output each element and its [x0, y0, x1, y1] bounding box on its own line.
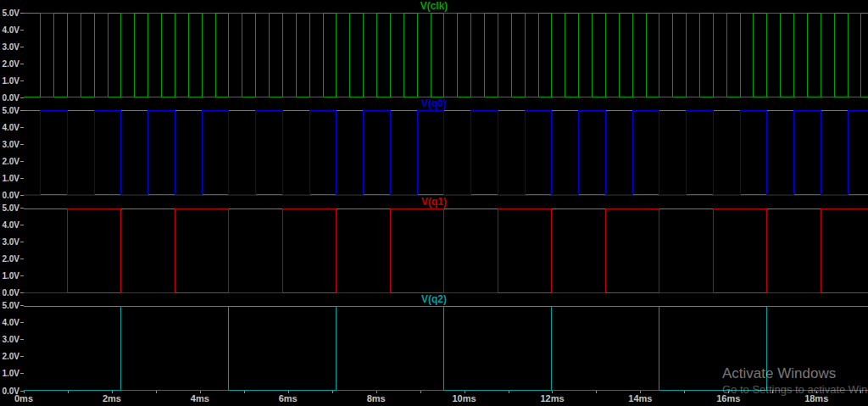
- y-axis-tick-label: 1.0V: [2, 174, 24, 182]
- y-axis-tick-label: 3.0V: [2, 238, 24, 247]
- y-axis-tick-label: 2.0V: [2, 157, 24, 165]
- waveform-viewer-window: V(clk) 5.0V4.0V3.0V2.0V1.0V0.0V V(q0) 5.…: [0, 0, 868, 406]
- y-axis-tick-label: 4.0V: [2, 319, 24, 327]
- pane-clk: V(clk) 5.0V4.0V3.0V2.0V1.0V0.0V: [0, 0, 868, 97]
- y-axis-tick-label: 5.0V: [2, 302, 24, 310]
- x-tick-mark: [332, 391, 333, 393]
- y-axis-tick-label: 1.0V: [2, 370, 24, 378]
- y-axis-tick-label: 2.0V: [2, 353, 24, 361]
- x-tick-mark: [420, 391, 421, 393]
- x-tick-mark: [596, 391, 597, 393]
- x-axis-tick-label: 2ms: [103, 393, 121, 403]
- y-axis-tick-label: 5.0V: [2, 204, 24, 213]
- trace-label-clk[interactable]: V(clk): [420, 0, 448, 13]
- trace-label-q1[interactable]: V(q1): [421, 196, 447, 209]
- y-axis-tick-label: 0.0V: [2, 289, 24, 298]
- y-axis-tick-label: 4.0V: [2, 123, 24, 131]
- y-axis-tick-label: 1.0V: [2, 76, 24, 85]
- x-tick-mark: [509, 391, 509, 393]
- x-tick-mark: [156, 391, 157, 393]
- y-axis-q0[interactable]: 5.0V4.0V3.0V2.0V1.0V0.0V: [0, 110, 24, 195]
- y-axis-tick-label: 0.0V: [2, 192, 24, 200]
- pane-q2-title-row: V(q2): [0, 293, 868, 306]
- pane-q1-body: 5.0V4.0V3.0V2.0V1.0V0.0V: [0, 209, 868, 293]
- y-axis-tick-label: 4.0V: [2, 221, 24, 230]
- y-axis-tick-label: 0.0V: [2, 93, 24, 102]
- x-axis-tick-label: 14ms: [628, 393, 652, 403]
- y-axis-tick-label: 1.0V: [2, 272, 24, 281]
- plot-area-q0[interactable]: [24, 110, 868, 195]
- pane-q1: V(q1) 5.0V4.0V3.0V2.0V1.0V0.0V: [0, 196, 868, 293]
- x-axis-tick-label: 12ms: [540, 393, 564, 403]
- waveform-trace: [24, 209, 868, 292]
- x-axis-tick-label: 8ms: [367, 393, 386, 403]
- y-axis-q2[interactable]: 5.0V4.0V3.0V2.0V1.0V0.0V: [0, 306, 24, 391]
- activate-windows-watermark-sub: Go to Settings to activate Windows: [722, 383, 868, 396]
- plot-area-q1[interactable]: [24, 209, 868, 293]
- y-axis-clk[interactable]: 5.0V4.0V3.0V2.0V1.0V0.0V: [0, 13, 24, 97]
- pane-q0-title-row: V(q0): [0, 97, 868, 110]
- trace-label-q0[interactable]: V(q0): [421, 97, 447, 110]
- pane-clk-title-row: V(clk): [0, 0, 868, 13]
- activate-windows-watermark: Activate Windows: [722, 365, 836, 382]
- y-axis-tick-label: 3.0V: [2, 42, 24, 51]
- pane-q1-title-row: V(q1): [0, 196, 868, 209]
- y-axis-tick-label: 2.0V: [2, 255, 24, 264]
- plot-panes: V(clk) 5.0V4.0V3.0V2.0V1.0V0.0V V(q0) 5.…: [0, 0, 868, 391]
- pane-q0: V(q0) 5.0V4.0V3.0V2.0V1.0V0.0V: [0, 97, 868, 195]
- waveform-q1: [24, 209, 868, 293]
- y-axis-tick-label: 2.0V: [2, 59, 24, 68]
- x-axis-tick-label: 0ms: [14, 393, 33, 403]
- waveform-trace: [24, 14, 868, 97]
- waveform-trace: [24, 111, 868, 195]
- waveform-clk: [24, 13, 868, 97]
- waveform-q0: [24, 110, 868, 195]
- plot-area-clk[interactable]: [24, 13, 868, 97]
- y-axis-tick-label: 3.0V: [2, 140, 24, 148]
- trace-label-q2[interactable]: V(q2): [421, 293, 447, 306]
- y-axis-tick-label: 4.0V: [2, 25, 24, 34]
- y-axis-q1[interactable]: 5.0V4.0V3.0V2.0V1.0V0.0V: [0, 209, 24, 293]
- x-axis-tick-label: 6ms: [279, 393, 298, 403]
- y-axis-tick-label: 5.0V: [2, 106, 24, 114]
- x-tick-mark: [68, 391, 69, 393]
- y-axis-tick-label: 3.0V: [2, 336, 24, 344]
- pane-q0-body: 5.0V4.0V3.0V2.0V1.0V0.0V: [0, 110, 868, 195]
- x-axis-tick-label: 4ms: [191, 393, 209, 403]
- pane-clk-body: 5.0V4.0V3.0V2.0V1.0V0.0V: [0, 13, 868, 97]
- x-tick-mark: [244, 391, 245, 393]
- y-axis-tick-label: 5.0V: [2, 8, 24, 17]
- x-tick-mark: [684, 391, 685, 393]
- x-axis-tick-label: 10ms: [452, 393, 476, 403]
